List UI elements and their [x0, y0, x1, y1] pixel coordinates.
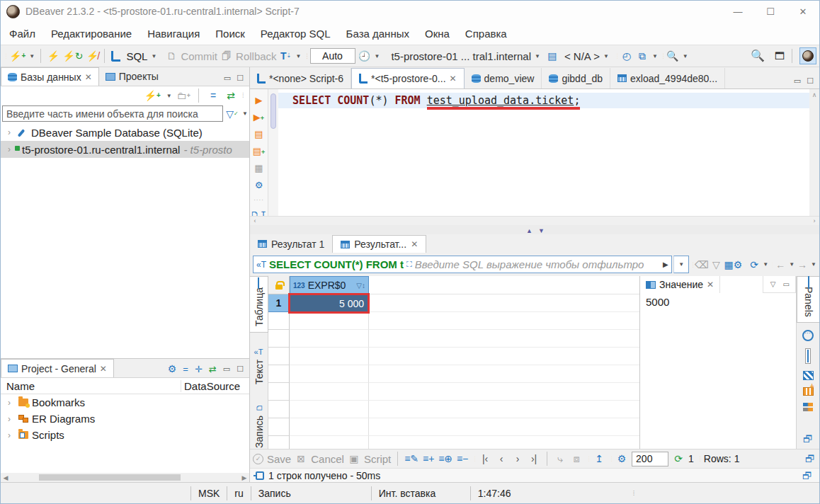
tab-close-icon[interactable]: ✕	[707, 280, 714, 290]
project-expand-all-icon[interactable]: ✛	[195, 364, 203, 374]
open-perspective-icon[interactable]: 🗔	[773, 50, 786, 62]
table-cell[interactable]	[290, 418, 369, 436]
connect-icon[interactable]: ⚡	[47, 50, 59, 62]
menu-file[interactable]: Файл	[9, 28, 35, 40]
row-number-cell[interactable]	[268, 365, 290, 383]
row-number-cell[interactable]	[268, 436, 290, 449]
menu-edit[interactable]: Редактирование	[51, 28, 132, 40]
tree-item-er-diagrams[interactable]: › ER Diagrams	[1, 411, 249, 427]
tab-result-2-active[interactable]: Результат... ✕	[332, 235, 426, 253]
new-folder-icon[interactable]: 🗀+	[177, 89, 190, 102]
tab-close-icon[interactable]: ✕	[450, 74, 457, 84]
menu-sql-editor[interactable]: Редактор SQL	[261, 28, 331, 40]
scroll-up-icon[interactable]: ∧	[812, 91, 817, 98]
nav-new-connection-dropdown-icon[interactable]: ▼	[166, 93, 172, 99]
value-view-panel-button[interactable]	[805, 348, 811, 364]
object-search-input[interactable]	[2, 105, 223, 122]
expand-chevron-icon[interactable]: ›	[8, 144, 15, 154]
reconnect-icon[interactable]: ⚡↻	[62, 50, 83, 62]
minimize-button[interactable]: —	[722, 1, 754, 22]
insert-mode-indicator[interactable]: Инт. вставка	[371, 486, 470, 500]
tab-result-1[interactable]: Результат 1	[250, 235, 332, 253]
table-cell[interactable]	[290, 365, 369, 383]
tab-text-view[interactable]: Текст «T	[250, 341, 268, 390]
table-row[interactable]	[268, 383, 639, 401]
transaction-mode-icon[interactable]: T⇣	[280, 50, 292, 62]
execute-new-tab-icon[interactable]: ▶+	[254, 112, 264, 122]
table-row[interactable]	[268, 348, 639, 365]
fetch-next-page-icon[interactable]: ⤷	[554, 452, 566, 465]
project-maximize-icon[interactable]: ☐	[237, 365, 244, 374]
cancel-button[interactable]: Cancel	[311, 453, 344, 465]
table-cell[interactable]	[290, 383, 369, 401]
scroll-right-icon[interactable]: ›	[809, 217, 819, 224]
explain-plan-icon[interactable]: ▦	[254, 163, 263, 173]
navigator-minimize-icon[interactable]: ▭	[224, 74, 231, 83]
fetch-all-icon[interactable]: ⧈	[570, 452, 583, 465]
commit-button[interactable]: Commit	[181, 50, 217, 62]
auto-refresh-icon[interactable]: ⟳	[672, 452, 685, 465]
sql-code-area[interactable]: SELECT COUNT(*) FROM test_upload_data.ti…	[278, 89, 809, 216]
row-mode-indicator[interactable]: Запись	[251, 486, 371, 500]
tab-panels[interactable]: Panels	[797, 276, 820, 323]
sql-editor-dropdown-icon[interactable]: ▼	[151, 53, 156, 59]
toggle-panels-icon[interactable]: 🗗	[804, 452, 816, 465]
table-cell[interactable]	[290, 401, 369, 418]
table-cell[interactable]	[290, 330, 369, 348]
row-number-cell[interactable]	[268, 383, 290, 401]
expand-chevron-icon[interactable]: ›	[8, 127, 15, 137]
delete-row-icon[interactable]: ≡−	[456, 452, 469, 465]
grid-corner-cell[interactable]	[268, 276, 290, 294]
quick-search-icon[interactable]: 🔍	[751, 50, 765, 62]
column-datasource[interactable]: DataSource	[181, 380, 249, 392]
language-indicator[interactable]: ru	[227, 486, 250, 500]
transaction-dropdown-icon[interactable]: ▼	[296, 53, 302, 59]
row-number-cell[interactable]	[268, 348, 290, 365]
navigator-maximize-icon[interactable]: ☐	[237, 74, 244, 83]
erase-filter-icon[interactable]: ⌫	[695, 258, 709, 271]
connection-selector[interactable]: t5-prostore-01 ... tral1.internal ▼	[388, 50, 543, 62]
row-number-cell[interactable]	[268, 401, 290, 418]
duplicate-row-icon[interactable]: ≡⊕	[438, 452, 452, 465]
execute-statement-icon[interactable]: ▶	[256, 95, 263, 105]
tab-grid-view[interactable]: Таблица	[250, 276, 268, 333]
schema-selector[interactable]: < N/A > ▼	[562, 50, 612, 62]
filter-input[interactable]: «T SELECT COUNT(*) FROM t ⛶ Введите SQL …	[253, 256, 672, 273]
nav-forward-dropdown-icon[interactable]: ▼	[811, 261, 816, 268]
tab-databases[interactable]: Базы данных ✕	[1, 67, 99, 86]
tree-item-bookmarks[interactable]: › Bookmarks	[1, 394, 249, 411]
menu-navigate[interactable]: Навигация	[147, 28, 200, 40]
tree-item-scripts[interactable]: › Scripts	[1, 427, 249, 443]
project-hscrollbar[interactable]: ◀ ▶	[1, 473, 249, 482]
nav-new-connection-icon[interactable]: ⚡+	[144, 89, 161, 102]
metadata-panel-icon[interactable]	[803, 387, 814, 396]
menu-help[interactable]: Справка	[465, 28, 507, 40]
tab-project-close-icon[interactable]: ✕	[100, 364, 107, 374]
value-panel-menu-icon[interactable]: ▽	[770, 280, 776, 288]
search-dropdown-icon[interactable]: ▼	[683, 53, 688, 59]
sql-editor-label[interactable]: SQL	[126, 50, 147, 62]
menu-database[interactable]: База данных	[346, 28, 409, 40]
editor-minimize-icon[interactable]: ▭	[794, 76, 801, 86]
filter-history-dropdown[interactable]: ▼	[673, 256, 689, 273]
timezone-indicator[interactable]: MSK	[190, 486, 227, 500]
references-panel-icon[interactable]	[803, 403, 813, 411]
expand-chevron-icon[interactable]: ›	[8, 430, 15, 440]
scrollbar-thumb[interactable]	[39, 474, 181, 481]
tab-script-6[interactable]: *<none> Script-6	[250, 68, 351, 88]
tab-gibdd-db[interactable]: gibdd_db	[542, 68, 610, 88]
sql-line-1[interactable]: SELECT COUNT(*) FROM test_upload_data.ti…	[278, 93, 809, 108]
script-button[interactable]: Script	[364, 453, 391, 465]
table-row[interactable]	[268, 365, 639, 383]
table-row[interactable]	[268, 401, 639, 418]
value-panel-content[interactable]: 5000	[640, 293, 796, 449]
row-number-cell[interactable]	[268, 330, 290, 348]
filter-apply-icon[interactable]: ▶	[663, 260, 668, 268]
table-row[interactable]	[268, 418, 639, 436]
tree-item-t5-prostore[interactable]: › t5-prostore-01.ru-central1.internal - …	[1, 141, 249, 158]
refresh-dropdown-icon[interactable]: ▼	[763, 261, 768, 268]
transaction-log-dropdown-icon[interactable]: ▼	[375, 53, 380, 59]
editor-settings-gear-icon[interactable]: ⚙	[255, 180, 263, 190]
calc-panel-icon[interactable]	[803, 371, 814, 380]
transaction-log-icon[interactable]: 🕘	[358, 50, 371, 62]
